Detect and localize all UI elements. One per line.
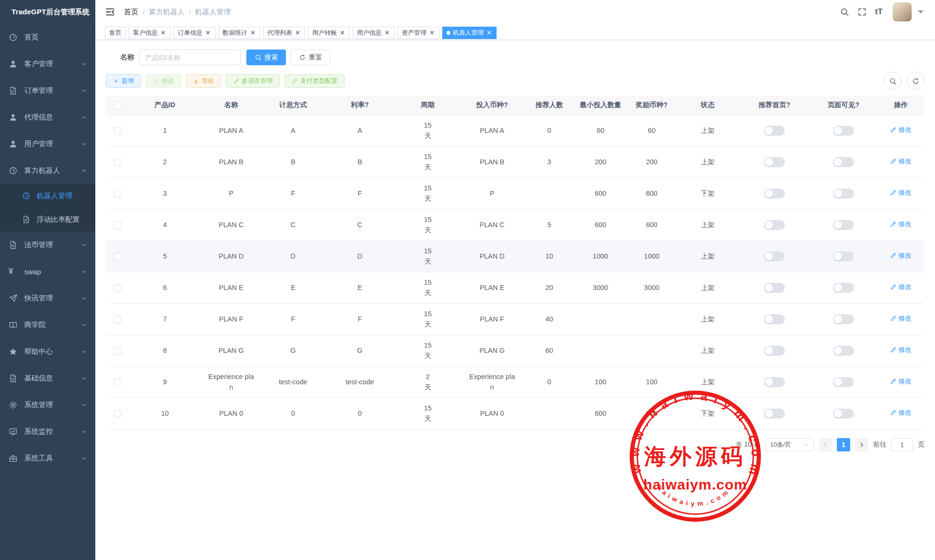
sidebar-item-home[interactable]: 首页: [0, 24, 95, 50]
home-recommend-toggle[interactable]: [764, 409, 785, 419]
page-size-select[interactable]: 10条/页: [765, 438, 814, 451]
edit-row-link[interactable]: 修改: [890, 313, 912, 324]
sidebar-item-fiat-mgmt[interactable]: 法币管理: [0, 231, 95, 258]
home-recommend-toggle[interactable]: [764, 157, 785, 167]
home-recommend-toggle[interactable]: [764, 346, 785, 356]
i18n-mgmt-button[interactable]: 多语言管理: [226, 74, 280, 88]
row-checkbox[interactable]: [114, 190, 122, 198]
close-icon[interactable]: [160, 30, 166, 36]
current-page-button[interactable]: 1: [837, 438, 850, 451]
row-checkbox[interactable]: [114, 284, 122, 292]
sidebar-subitem-robot-mgmt[interactable]: 机器人管理: [0, 184, 95, 208]
page-visible-toggle[interactable]: [833, 314, 854, 324]
close-icon[interactable]: [429, 30, 435, 36]
tab-home[interactable]: 首页: [105, 27, 126, 39]
sidebar-item-agent-info[interactable]: 代理信息: [0, 104, 95, 130]
prev-page-button[interactable]: [819, 438, 832, 451]
search-button[interactable]: 搜索: [246, 50, 286, 65]
reset-button[interactable]: 重置: [291, 50, 330, 65]
sidebar-item-system-tools[interactable]: 系统工具: [0, 445, 95, 471]
close-icon[interactable]: [205, 30, 211, 36]
font-size-icon[interactable]: tT: [875, 7, 884, 17]
row-checkbox[interactable]: [114, 159, 122, 166]
page-visible-toggle[interactable]: [833, 377, 854, 387]
tab-agent-list[interactable]: 代理列表: [263, 27, 305, 39]
search-input[interactable]: [139, 50, 241, 65]
page-visible-toggle[interactable]: [833, 283, 854, 293]
sidebar-item-business-school[interactable]: 商学院: [0, 311, 95, 338]
sidebar-item-customer-mgmt[interactable]: 客户管理: [0, 50, 95, 77]
edit-row-link[interactable]: 修改: [890, 345, 912, 355]
row-checkbox[interactable]: [114, 347, 122, 355]
row-checkbox[interactable]: [114, 410, 122, 418]
page-visible-toggle[interactable]: [833, 346, 854, 356]
users-icon: [9, 60, 18, 69]
edit-row-link[interactable]: 修改: [890, 188, 912, 198]
home-recommend-toggle[interactable]: [764, 220, 785, 230]
home-recommend-toggle[interactable]: [764, 377, 785, 387]
name-cell: PLAN E: [200, 272, 262, 303]
avatar[interactable]: [893, 2, 912, 21]
sidebar-subitem-float-rate-config[interactable]: 浮动比率配置: [0, 208, 95, 231]
sidebar-item-swap[interactable]: ¥swap: [0, 258, 95, 285]
close-icon[interactable]: [295, 30, 301, 36]
edit-row-link[interactable]: 修改: [890, 125, 912, 135]
home-recommend-toggle[interactable]: [764, 314, 785, 324]
modify-button[interactable]: 修改: [146, 74, 181, 88]
close-icon[interactable]: [339, 30, 346, 36]
home-recommend-toggle[interactable]: [764, 189, 785, 199]
tab-order-info[interactable]: 订单信息: [173, 27, 215, 39]
search-icon[interactable]: [840, 7, 849, 17]
hamburger-icon[interactable]: [105, 7, 115, 17]
sidebar-item-system-monitor[interactable]: 系统监控: [0, 418, 95, 445]
tab-asset-mgmt[interactable]: 资产管理: [397, 27, 439, 39]
row-checkbox[interactable]: [114, 127, 122, 135]
edit-row-link[interactable]: 修改: [890, 282, 912, 292]
caret-down-icon[interactable]: [916, 7, 925, 17]
page-visible-toggle[interactable]: [833, 409, 854, 419]
tab-customer-info[interactable]: 客户信息: [129, 27, 171, 39]
row-checkbox[interactable]: [114, 316, 122, 323]
sidebar-item-user-mgmt[interactable]: 用户管理: [0, 130, 95, 157]
row-checkbox[interactable]: [114, 221, 122, 229]
home-recommend-toggle[interactable]: [764, 126, 785, 136]
page-visible-toggle[interactable]: [833, 157, 854, 167]
edit-row-link[interactable]: 修改: [890, 250, 912, 261]
page-visible-toggle[interactable]: [833, 126, 854, 136]
edit-row-link[interactable]: 修改: [890, 156, 912, 167]
tab-robot-mgmt[interactable]: 机器人管理: [442, 27, 497, 39]
fullscreen-icon[interactable]: [857, 7, 867, 17]
page-visible-toggle[interactable]: [833, 189, 854, 199]
close-icon[interactable]: [384, 30, 390, 36]
sidebar-item-help-center[interactable]: 帮助中心: [0, 338, 95, 365]
table-refresh-button[interactable]: [906, 72, 925, 90]
tab-user-info[interactable]: 用户信息: [353, 27, 395, 39]
tab-user-transfer[interactable]: 用户转账: [308, 27, 350, 39]
row-checkbox[interactable]: [114, 253, 122, 260]
home-recommend-toggle[interactable]: [764, 251, 785, 261]
sidebar-item-hashrate-robot[interactable]: 算力机器人: [0, 157, 95, 184]
next-page-button[interactable]: [855, 438, 868, 451]
export-button[interactable]: 导出: [186, 74, 221, 88]
table-search-toggle-button[interactable]: [884, 72, 902, 90]
row-checkbox[interactable]: [114, 379, 122, 386]
page-visible-toggle[interactable]: [833, 220, 854, 230]
goto-page-input[interactable]: [891, 438, 913, 451]
page-visible-toggle[interactable]: [833, 251, 854, 261]
edit-row-link[interactable]: 修改: [890, 376, 912, 387]
add-button[interactable]: 新增: [106, 74, 141, 88]
sidebar-item-order-mgmt[interactable]: 订单管理: [0, 77, 95, 104]
close-icon[interactable]: [250, 30, 256, 36]
sidebar-item-news-mgmt[interactable]: 快讯管理: [0, 285, 95, 311]
sidebar-item-basic-info[interactable]: 基础信息: [0, 365, 95, 391]
pay-type-config-button[interactable]: 支付类型配置: [285, 74, 345, 88]
home-recommend-toggle[interactable]: [764, 283, 785, 293]
edit-row-link[interactable]: 修改: [890, 408, 912, 418]
tab-data-stats[interactable]: 数据统计: [218, 27, 260, 39]
close-icon[interactable]: [486, 30, 492, 36]
breadcrumb-item[interactable]: 首页: [124, 8, 138, 17]
edit-row-link[interactable]: 修改: [890, 219, 912, 230]
select-all-checkbox[interactable]: [114, 101, 122, 109]
sidebar-item-system-mgmt[interactable]: 系统管理: [0, 391, 95, 418]
app-title: TradeGPT后台管理系统: [11, 8, 90, 17]
